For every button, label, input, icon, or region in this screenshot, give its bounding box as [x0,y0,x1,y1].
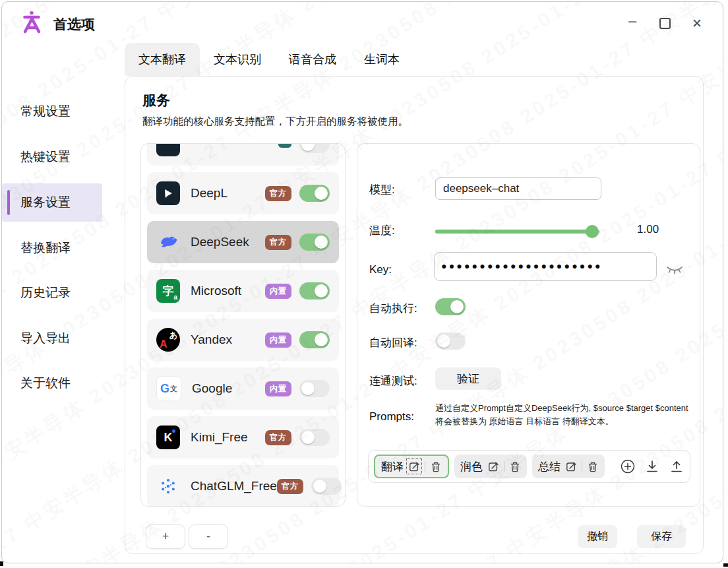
tab[interactable]: 文本翻译 [125,43,200,76]
import-prompts-button[interactable] [644,458,660,474]
temperature-value: 1.00 [637,223,659,236]
app-logo-icon [19,10,44,35]
export-prompts-button[interactable] [669,458,684,474]
edit-icon [409,461,420,472]
delete-prompt-button[interactable] [587,460,599,472]
service-toggle[interactable] [311,478,342,495]
remove-service-button[interactable]: - [189,524,228,549]
sidebar-item-6[interactable]: 导入导出 [2,319,102,358]
maximize-button[interactable] [657,16,672,30]
sidebar-item-7[interactable]: 关于软件 [2,364,102,402]
close-button[interactable]: ✕ [690,16,704,30]
delete-prompt-button[interactable] [430,460,442,472]
chatglm-icon [156,474,180,498]
maximize-icon [659,18,671,29]
service-row[interactable]: 字a Microsoft 内置 [147,270,339,312]
tab[interactable]: 生词本 [350,43,413,76]
microsoft-translator-icon: 字a [156,279,180,303]
delete-prompt-button[interactable] [509,460,521,472]
service-toggle[interactable] [299,143,330,153]
plus-circle-icon [620,458,636,474]
prompts-description: 通过自定义Prompt自定义DeepSeek行为, $source $targe… [435,402,699,428]
tab-label: 文本翻译 [138,51,186,67]
sidebar-item-1[interactable]: 常规设置 [2,92,102,131]
divider [582,461,582,472]
sidebar-item-label: 导入导出 [20,330,71,347]
minimize-button[interactable]: – [625,14,640,32]
service-name: ChatGLM_Free [191,479,277,493]
temperature-slider[interactable] [435,230,600,234]
sidebar-item-4[interactable]: 替换翻译 [2,229,102,267]
download-icon [645,459,659,474]
service-badge: 官方 [265,430,291,445]
edit-icon [488,461,499,472]
service-row[interactable]: DeepL 官方 [147,172,339,214]
deepl-icon [156,181,180,205]
sidebar-item-label: 历史记录 [20,284,71,301]
sidebar-item-2[interactable]: 热键设置 [2,138,102,176]
service-toggle[interactable] [299,282,330,300]
sidebar-item-label: 关于软件 [20,375,71,392]
service-name: Microsoft [191,284,241,298]
model-label: 模型: [369,182,395,197]
service-row[interactable]: K Kimi_Free 官方 [147,416,339,458]
add-prompt-button[interactable] [620,458,636,474]
sidebar-item-3[interactable]: 服务设置 [2,183,102,222]
sidebar-item-label: 服务设置 [20,194,71,211]
service-toggle[interactable] [299,185,330,202]
add-service-button[interactable]: + [146,524,185,549]
service-toggle[interactable] [299,380,330,397]
prompts-label: Prompts: [369,410,414,424]
edit-prompt-button[interactable] [408,460,420,472]
sidebar-item-label: 替换翻译 [20,239,71,257]
prompt-chips-bar: 翻译 润色 [368,450,690,483]
tab[interactable]: 文本识别 [200,43,275,76]
save-button[interactable]: 保存 [637,525,686,548]
section-description: 翻译功能的核心服务支持配置，下方开启的服务将被使用。 [142,115,408,129]
screen: 中安半导体 20230508 2025-01-27 中安半导体 20230508… [0,0,728,568]
sidebar-item-label: 热键设置 [20,148,71,166]
prompt-chip-label: 总结 [538,459,561,474]
key-label: Key: [369,263,392,276]
api-key-input[interactable]: ●●●●●●●●●●●●●●●●●●●●● [434,252,657,281]
prompt-chip-label: 润色 [460,459,483,474]
service-toggle[interactable] [299,429,330,446]
desktop-corner-right [723,563,728,567]
services-list: DeepL 官方 DeepSeek 官方 字a Microsoft 内置 あA … [140,143,346,507]
edit-prompt-button[interactable] [487,460,499,472]
service-badge [278,143,291,148]
closed-eye-icon[interactable] [666,265,683,276]
service-row[interactable]: あA Yandex 内置 [147,319,339,361]
deepseek-icon [156,230,180,254]
trash-icon [588,461,598,472]
window-title: 首选项 [53,15,95,34]
service-row[interactable]: DeepSeek 官方 [147,221,339,263]
trash-icon [510,461,520,472]
service-row[interactable] [147,143,339,166]
undo-button[interactable]: 撤销 [578,525,617,548]
edit-prompt-button[interactable] [565,460,577,472]
prompt-chip[interactable]: 翻译 [374,455,449,478]
preferences-window: 中安半导体 20230508 2025-01-27 中安半导体 20230508… [1,1,723,563]
auto-execute-toggle[interactable] [435,298,466,315]
service-detail-panel: 模型: deepseek–chat 温度: 1.00 Key: ●●●●●●●●… [357,143,700,507]
model-input[interactable]: deepseek–chat [435,177,601,200]
sidebar-item-5[interactable]: 历史记录 [2,274,102,312]
service-toggle[interactable] [299,331,330,348]
prompt-chip[interactable]: 总结 [532,455,605,478]
service-name: Yandex [191,332,232,347]
upload-icon [669,459,684,474]
temperature-slider-thumb[interactable] [586,225,599,238]
service-name: DeepSeek [191,235,249,249]
prompt-chip[interactable]: 润色 [454,455,527,478]
edit-icon [566,461,577,472]
temperature-label: 温度: [369,223,395,238]
divider [504,461,504,472]
service-row[interactable]: ChatGLM_Free 官方 [147,465,339,507]
tab[interactable]: 语音合成 [275,43,350,76]
service-row[interactable]: G文 Google 内置 [147,367,339,410]
verify-button[interactable]: 验证 [435,367,501,390]
prompt-chip-label: 翻译 [381,459,404,474]
auto-back-translate-toggle[interactable] [435,332,466,350]
service-toggle[interactable] [299,234,330,251]
